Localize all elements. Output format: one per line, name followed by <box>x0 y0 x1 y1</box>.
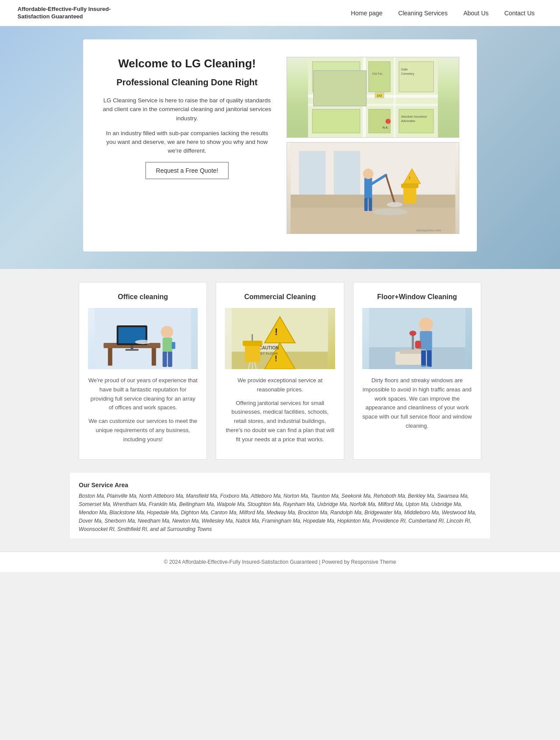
svg-point-18 <box>385 119 391 124</box>
site-title: Affordable-Effective-Fully Insured-Satis… <box>18 6 114 21</box>
svg-rect-29 <box>401 184 419 188</box>
svg-rect-52 <box>168 352 172 367</box>
main-nav: Home page Cleaning Services About Us Con… <box>343 1 542 25</box>
cta-button[interactable]: Request a Free Quote! <box>145 162 228 179</box>
svg-text:istockphoto.com: istockphoto.com <box>416 228 442 232</box>
office-cleaning-para1: We're proud of our years of experience t… <box>88 376 198 412</box>
svg-rect-43 <box>108 348 112 366</box>
svg-rect-37 <box>364 198 368 211</box>
nav-home[interactable]: Home page <box>343 1 390 25</box>
svg-point-36 <box>387 202 402 207</box>
svg-rect-38 <box>369 198 372 211</box>
svg-rect-9 <box>399 62 434 92</box>
hero-left: Welcome to LG Cleaning! Professional Cle… <box>101 57 287 179</box>
svg-point-39 <box>373 209 408 216</box>
office-cleaning-title: Office cleaning <box>88 293 198 301</box>
office-cleaning-image <box>88 308 198 369</box>
service-area-cities: Boston Ma, Plainville Ma, North Attlebor… <box>79 492 481 534</box>
floor-window-card: Floor+Window Cleaning <box>353 282 481 460</box>
hero-heading1: Welcome to LG Cleaning! <box>101 57 273 70</box>
commercial-cleaning-image: ! ! CAUTION WET FLOOR <box>225 308 335 369</box>
svg-rect-79 <box>427 350 431 367</box>
svg-rect-53 <box>172 342 175 349</box>
svg-point-80 <box>395 365 430 369</box>
hero-para2: In an industry filled with sub-par compa… <box>101 129 273 156</box>
svg-rect-64 <box>243 341 262 346</box>
floor-window-para1: Dirty floors and streaky windows are imp… <box>362 376 472 431</box>
services-section: Office cleaning <box>70 282 490 460</box>
svg-text:Children's: Children's <box>317 74 332 78</box>
svg-point-33 <box>363 168 374 179</box>
office-cleaning-card: Office cleaning <box>79 282 207 460</box>
svg-rect-78 <box>421 350 426 367</box>
commercial-para1: Offering janitorial services for small b… <box>225 399 335 444</box>
hero-cleaning-image: ! i <box>287 142 459 234</box>
svg-rect-27 <box>334 151 360 195</box>
svg-text:!: ! <box>275 354 277 363</box>
svg-text:N.A.: N.A. <box>382 126 388 129</box>
svg-rect-51 <box>163 352 167 367</box>
hero-right: Children's Programs Inc. Old Far... Gate… <box>287 57 459 234</box>
svg-point-49 <box>161 326 173 338</box>
svg-rect-26 <box>299 151 325 195</box>
svg-text:Programs Inc.: Programs Inc. <box>317 78 336 82</box>
service-area-heading: Our Service Area <box>79 482 481 489</box>
svg-rect-50 <box>163 338 172 353</box>
svg-rect-7 <box>312 109 360 133</box>
site-footer: © 2024 Affordable-Effective-Fully Insure… <box>0 552 560 572</box>
svg-point-77 <box>409 331 416 336</box>
nav-contact[interactable]: Contact Us <box>497 1 542 25</box>
floor-window-image <box>362 308 472 369</box>
hero-heading2: Professional Cleaning Done Right <box>101 77 273 87</box>
svg-text:152: 152 <box>376 94 382 98</box>
svg-rect-5 <box>312 62 360 92</box>
commercial-cleaning-title: Commercial Cleaning <box>225 293 335 301</box>
svg-rect-44 <box>152 348 156 366</box>
nav-about[interactable]: About Us <box>455 1 497 25</box>
svg-text:WET FLOOR: WET FLOOR <box>257 352 278 356</box>
svg-text:Old Far...: Old Far... <box>372 72 385 75</box>
svg-point-71 <box>419 318 433 332</box>
floor-window-title: Floor+Window Cleaning <box>362 293 472 301</box>
svg-rect-32 <box>364 177 372 199</box>
svg-text:!: ! <box>409 175 410 180</box>
svg-rect-6 <box>369 62 390 92</box>
nav-cleaning[interactable]: Cleaning Services <box>390 1 455 25</box>
site-header: Affordable-Effective-Fully Insured-Satis… <box>0 0 560 26</box>
svg-rect-28 <box>403 186 416 203</box>
svg-text:CAUTION: CAUTION <box>259 346 279 350</box>
commercial-cleaning-card: Commercial Cleaning ! ! CAUTION WET FLOO… <box>216 282 344 460</box>
svg-text:Gate: Gate <box>401 68 408 71</box>
svg-text:Absolute Insurance: Absolute Insurance <box>401 115 427 118</box>
hero-inner: Welcome to LG Cleaning! Professional Cle… <box>83 39 477 251</box>
map-image: Children's Programs Inc. Old Far... Gate… <box>287 57 459 138</box>
office-cleaning-para2: We can customize our services to meet th… <box>88 417 198 444</box>
footer-theme-link[interactable]: Responsive Theme <box>351 559 396 565</box>
svg-rect-47 <box>131 345 133 349</box>
svg-rect-72 <box>420 331 432 351</box>
commercial-intro: We provide exceptional service at reason… <box>225 376 335 394</box>
svg-point-54 <box>135 340 151 344</box>
svg-text:Cemetery: Cemetery <box>401 72 414 76</box>
svg-text:Advocates: Advocates <box>401 119 416 122</box>
svg-rect-73 <box>415 341 421 349</box>
svg-rect-48 <box>126 349 139 351</box>
svg-text:!: ! <box>275 326 278 337</box>
hero-para1: LG Cleaning Service is here to raise the… <box>101 96 273 123</box>
service-area-section: Our Service Area Boston Ma, Plainville M… <box>70 473 490 538</box>
hero-section: Welcome to LG Cleaning! Professional Cle… <box>0 26 560 269</box>
footer-copy: © 2024 Affordable-Effective-Fully Insure… <box>164 559 350 565</box>
